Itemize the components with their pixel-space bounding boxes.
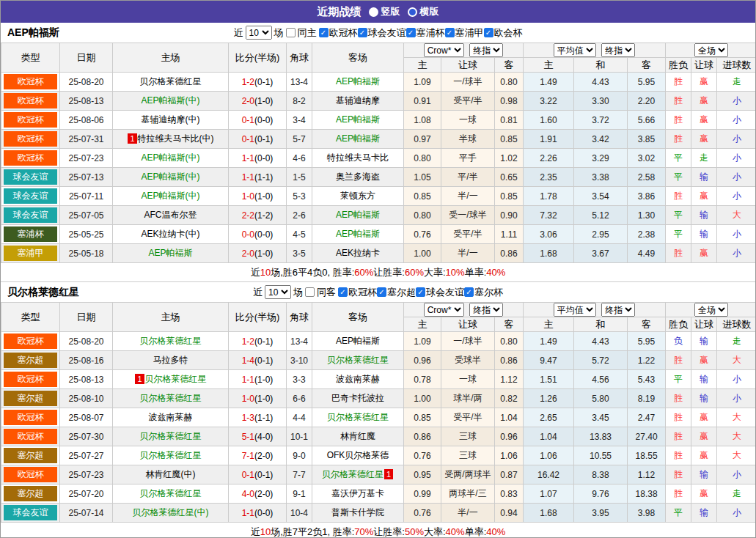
home-odds: 1.08	[404, 111, 441, 130]
away-team-name[interactable]: 基辅迪纳摩	[336, 95, 380, 106]
avg-home-odds: 1.04	[524, 427, 574, 446]
result-handicap: 走	[691, 149, 717, 168]
away-team-name[interactable]: 林肯红魔	[340, 431, 375, 441]
result-goals-value: 小	[733, 95, 741, 106]
home-team-name[interactable]: 贝尔格莱德红星(中)	[133, 507, 209, 517]
match-date: 25-07-31	[60, 130, 113, 149]
home-team-name[interactable]: 贝尔格莱德红星	[140, 488, 202, 498]
home-team-name[interactable]: 波兹南莱赫	[149, 412, 193, 422]
away-team-name[interactable]: 特拉维夫马卡比	[327, 152, 389, 163]
away-team-name[interactable]: AEP帕福斯	[336, 76, 380, 86]
home-team-name[interactable]: 特拉维夫马卡比(中)	[138, 133, 214, 144]
result-handicap-value: 输	[700, 507, 708, 517]
avg-home-odds: 1.07	[524, 484, 574, 504]
radio-vertical-layout[interactable]: 竖版	[369, 5, 400, 18]
radio-label[interactable]: 横版	[420, 5, 439, 18]
result-handicap: 赢	[691, 92, 717, 111]
league-checkbox[interactable]: ✓	[338, 287, 348, 297]
league-checkbox[interactable]: ✓	[406, 28, 416, 37]
away-team-name[interactable]: 莱顿东方	[340, 191, 375, 201]
home-team-name[interactable]: 贝尔格莱德红星	[140, 450, 202, 460]
away-team-name[interactable]: 贝尔格莱德红星	[327, 412, 389, 422]
result-win-loss: 胜	[666, 111, 691, 130]
corner-count: 9-1	[287, 484, 312, 504]
home-team-name[interactable]: AFC温布尔登	[144, 210, 197, 220]
avg-home-odds: 1.49	[524, 73, 574, 92]
away-team-name[interactable]: 波兹南莱赫	[336, 374, 380, 384]
home-team-name[interactable]: AEP帕福斯(中)	[141, 172, 199, 182]
summary-text: 10	[260, 267, 271, 278]
match-count-select[interactable]: 10	[246, 26, 272, 40]
league-checkbox[interactable]: ✓	[464, 287, 474, 297]
home-team-name[interactable]: 贝尔格莱德红星	[140, 76, 202, 86]
home-team-name[interactable]: 贝尔格莱德红星	[140, 393, 202, 403]
home-team-name[interactable]: 贝尔格莱德红星	[140, 336, 202, 346]
away-team-name[interactable]: 贝尔格莱德红星	[327, 355, 389, 365]
away-team-name[interactable]: AEP帕福斯	[336, 114, 380, 125]
final-score: 1-2	[242, 77, 254, 87]
away-team-name[interactable]: AEP帕福斯	[336, 133, 380, 144]
away-team-name[interactable]: AEP帕福斯	[336, 210, 380, 220]
avg-draw-odds: 3.67	[574, 244, 628, 263]
home-team-name[interactable]: 贝尔格莱德红星	[140, 431, 202, 441]
home-odds: 0.86	[404, 427, 441, 446]
league-checkbox[interactable]: ✓	[416, 287, 425, 297]
result-handicap: 赢	[691, 130, 717, 149]
result-win-loss-value: 胜	[674, 412, 683, 422]
home-team-name[interactable]: 贝尔格莱德红星	[145, 374, 207, 384]
home-team-name[interactable]: 马拉多特	[153, 355, 188, 365]
period-select[interactable]: 全场	[694, 303, 728, 317]
period-select[interactable]: 全场	[694, 43, 728, 57]
odds-time-select[interactable]: 终指	[469, 303, 503, 317]
away-team-name[interactable]: 奥兰多海盗	[336, 172, 380, 182]
league-filter-item: ✓球会友谊	[358, 26, 406, 40]
league-filter-item: ✓球会友谊	[416, 286, 464, 299]
score-cell: 1-4(0-1)	[229, 351, 287, 370]
bookmaker-select[interactable]: Crow*	[424, 43, 464, 57]
away-odds: 0.85	[495, 130, 524, 149]
summary-text: 10%	[446, 267, 465, 278]
same-venue-checkbox[interactable]	[286, 28, 296, 37]
average-select[interactable]: 平均值	[554, 43, 596, 57]
away-team-name[interactable]: 嘉沃伊万基卡	[331, 488, 384, 498]
avg-draw-odds: 13.83	[574, 427, 628, 446]
away-team-name[interactable]: 巴奇卡托波拉	[331, 393, 384, 403]
radio-label[interactable]: 竖版	[381, 5, 400, 18]
odds-time-select[interactable]: 终指	[469, 43, 503, 57]
match-date: 25-08-16	[60, 351, 113, 370]
home-team-name[interactable]: 基辅迪纳摩(中)	[142, 114, 200, 125]
home-team-name[interactable]: AEP帕福斯(中)	[141, 95, 199, 106]
radio-icon[interactable]	[408, 7, 417, 17]
average-time-select[interactable]: 终指	[601, 303, 635, 317]
average-time-select[interactable]: 终指	[601, 43, 635, 57]
league-badge: 塞浦甲	[4, 246, 57, 261]
league-checkbox[interactable]: ✓	[484, 28, 493, 37]
radio-horizontal-layout[interactable]: 横版	[408, 5, 439, 18]
home-team-name[interactable]: AEP帕福斯(中)	[141, 152, 199, 163]
home-team-name[interactable]: AEP帕福斯	[148, 248, 192, 258]
radio-icon[interactable]	[369, 7, 378, 17]
league-checkbox[interactable]: ✓	[319, 28, 329, 37]
away-team-name[interactable]: AEP帕福斯	[336, 229, 380, 239]
away-team-name[interactable]: OFK贝尔格莱德	[327, 450, 389, 460]
away-odds: 0.94	[495, 504, 524, 523]
home-team-name[interactable]: AEP帕福斯(中)	[141, 191, 199, 201]
league-checkbox[interactable]: ✓	[445, 28, 455, 37]
match-count-select[interactable]: 10	[265, 285, 291, 299]
col-header-type: 类型	[1, 303, 60, 332]
league-checkbox[interactable]: ✓	[377, 287, 386, 297]
home-team-name[interactable]: 林肯红魔(中)	[146, 469, 196, 479]
home-team-name[interactable]: AEK拉纳卡(中)	[141, 229, 199, 239]
away-team-name[interactable]: 普斯卡什学院	[331, 507, 384, 517]
away-team-name[interactable]: 贝尔格莱德红星	[322, 469, 383, 479]
bookmaker-select[interactable]: Crow*	[424, 303, 464, 317]
corner-count: 2-6	[287, 206, 312, 225]
league-checkbox[interactable]: ✓	[358, 28, 367, 37]
away-team-name[interactable]: AEP帕福斯	[336, 336, 380, 346]
result-win-loss-value: 平	[674, 172, 683, 182]
same-venue-checkbox[interactable]	[305, 287, 315, 297]
average-select[interactable]: 平均值	[554, 303, 596, 317]
handicap-line: 平/半	[441, 168, 495, 187]
result-goals-value: 小	[733, 133, 741, 144]
away-team-name[interactable]: AEK拉纳卡	[336, 248, 380, 258]
